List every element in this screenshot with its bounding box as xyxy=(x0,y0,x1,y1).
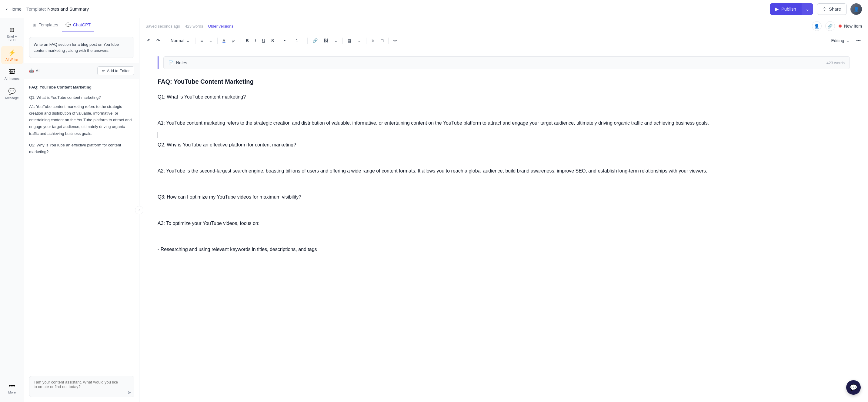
chat-send-button[interactable]: ➤ xyxy=(127,390,131,395)
text-color-button[interactable]: A xyxy=(220,37,227,44)
tab-templates[interactable]: ⊞ Templates xyxy=(29,18,62,32)
top-bar-left: ‹ Home Template: Notes and Summary xyxy=(6,6,89,11)
sidebar-item-ai-writer[interactable]: ⚡ AI Writer xyxy=(1,46,23,64)
content-a2: A2: YouTube is the second-largest search… xyxy=(158,167,850,175)
publish-play-icon: ▶ xyxy=(775,6,779,12)
sidebar-item-message[interactable]: 💬 Message xyxy=(1,85,23,103)
clear-format-button[interactable]: ✕ xyxy=(369,37,377,44)
bold-button[interactable]: B xyxy=(243,37,251,44)
template-label: Template: Notes and Summary xyxy=(26,6,89,11)
table-dropdown[interactable]: ⌄ xyxy=(355,37,364,44)
top-bar: ‹ Home Template: Notes and Summary ▶ Pub… xyxy=(0,0,868,18)
collab-users-icon[interactable]: 👤 xyxy=(812,21,822,31)
share-button[interactable]: ⇧ Share xyxy=(817,3,847,15)
tab-templates-label: Templates xyxy=(39,23,58,27)
numbered-list-button[interactable]: 1— xyxy=(293,37,305,44)
toolbar-sep-7 xyxy=(342,38,343,44)
content-title: FAQ: YouTube Content Marketing xyxy=(158,76,850,87)
sidebar-item-more[interactable]: ••• More xyxy=(1,379,23,397)
sidebar-item-label: More xyxy=(8,391,16,394)
collab-share-icon[interactable]: 🔗 xyxy=(825,21,835,31)
template-name: Notes and Summary xyxy=(47,6,89,11)
message-icon: 💬 xyxy=(8,88,16,95)
editor-toolbar: ↶ ↷ Normal ⌄ ≡ ⌄ A 🖊 B I U S •— 1— 🔗 🖼 ⌄ xyxy=(140,34,868,47)
notes-word-count: 423 words xyxy=(827,61,845,65)
avatar-initials: 👤 xyxy=(854,7,859,11)
more-options-button[interactable]: ••• xyxy=(854,37,863,44)
redo-button[interactable]: ↷ xyxy=(154,37,162,44)
new-item-button[interactable]: New Item xyxy=(839,24,862,29)
sidebar-item-label: Message xyxy=(5,96,19,100)
editor-top-bar: Saved seconds ago 423 words Older versio… xyxy=(140,18,868,34)
new-item-label: New Item xyxy=(844,24,862,29)
link-button[interactable]: 🔗 xyxy=(310,37,320,44)
image-button[interactable]: 🖼 xyxy=(321,37,330,44)
underline-button[interactable]: U xyxy=(260,37,268,44)
notes-label: 📄 Notes xyxy=(168,60,187,65)
new-item-dot xyxy=(839,25,842,28)
format-select[interactable]: Normal ⌄ xyxy=(167,37,193,44)
older-versions-link[interactable]: Older versions xyxy=(208,24,234,29)
add-to-editor-button[interactable]: ✏ Add to Editor xyxy=(97,66,134,75)
content-body: FAQ: YouTube Content Marketing Q1: What … xyxy=(158,76,850,253)
main-layout: ⊞ Brief + SEO ⚡ AI Writer 🖼 AI Images 💬 … xyxy=(0,18,868,402)
notes-text: Notes xyxy=(176,60,187,65)
italic-button[interactable]: I xyxy=(252,37,258,44)
align-button[interactable]: ≡ xyxy=(198,37,205,44)
publish-main[interactable]: ▶ Publish xyxy=(770,3,802,15)
content-a3: A3: To optimize your YouTube videos, foc… xyxy=(158,219,850,227)
avatar[interactable]: 👤 xyxy=(850,3,862,15)
chat-input[interactable] xyxy=(29,376,134,397)
highlight-button[interactable]: 🖊 xyxy=(229,37,238,44)
result-a1: A1: YouTube content marketing refers to … xyxy=(29,103,134,137)
panel-tabs: ⊞ Templates 💬 ChatGPT xyxy=(24,18,139,32)
editor-meta: Saved seconds ago 423 words Older versio… xyxy=(146,24,234,29)
editing-chevron-icon: ⌄ xyxy=(846,38,849,43)
notes-bar: 📄 Notes 423 words xyxy=(163,56,850,69)
undo-button[interactable]: ↶ xyxy=(144,37,153,44)
templates-icon: ⊞ xyxy=(33,23,36,27)
format-chevron-icon: ⌄ xyxy=(186,38,190,43)
toolbar-sep-4 xyxy=(241,38,241,44)
chat-prompt-box: Write an FAQ section for a blog post on … xyxy=(29,37,134,58)
image-dropdown[interactable]: ⌄ xyxy=(332,37,340,44)
editor-left-border-section: 📄 Notes 423 words xyxy=(158,56,850,69)
edit-button[interactable]: ✏ xyxy=(391,37,399,44)
content-q1: Q1: What is YouTube content marketing? xyxy=(158,93,850,101)
ai-result-area[interactable]: FAQ: YouTube Content Marketing Q1: What … xyxy=(24,79,139,372)
more-icon: ••• xyxy=(9,382,15,389)
robot-icon: 🤖 xyxy=(29,68,34,73)
panel-collapse-button[interactable]: ‹ xyxy=(135,206,143,214)
editor-content[interactable]: 📄 Notes 423 words FAQ: YouTube Content M… xyxy=(140,47,868,402)
bullet-list-button[interactable]: •— xyxy=(282,37,292,44)
ai-text: AI xyxy=(36,68,39,73)
avatar-placeholder: 👤 xyxy=(850,3,862,15)
cursor-line xyxy=(158,132,158,138)
publish-label: Publish xyxy=(781,6,796,11)
ai-result-header: 🤖 AI ✏ Add to Editor xyxy=(24,63,139,79)
notes-icon: 📄 xyxy=(168,60,174,65)
chat-bubble-button[interactable]: 💬 xyxy=(846,380,861,395)
sidebar-item-ai-images[interactable]: 🖼 AI Images xyxy=(1,65,23,83)
align-dropdown[interactable]: ⌄ xyxy=(207,37,215,44)
ai-label: 🤖 AI xyxy=(29,68,39,73)
strikethrough-button[interactable]: S xyxy=(269,37,276,44)
content-a1-text: A1: YouTube content marketing refers to … xyxy=(158,120,709,125)
ai-result-content: FAQ: YouTube Content Marketing Q1: What … xyxy=(24,79,139,160)
publish-dropdown-arrow[interactable]: ⌄ xyxy=(802,3,813,15)
table-button[interactable]: ▦ xyxy=(345,37,354,44)
panel: ⊞ Templates 💬 ChatGPT Write an FAQ secti… xyxy=(24,18,140,402)
special-char-button[interactable]: □ xyxy=(378,37,386,44)
editor-actions: 👤 🔗 New Item xyxy=(812,21,862,31)
editor-area: Saved seconds ago 423 words Older versio… xyxy=(140,18,868,402)
editing-select[interactable]: Editing ⌄ xyxy=(828,37,852,44)
share-icon: ⇧ xyxy=(823,6,827,12)
sidebar-item-brief-seo[interactable]: ⊞ Brief + SEO xyxy=(1,23,23,45)
sidebar-item-label: AI Writer xyxy=(5,58,19,61)
chatgpt-icon: 💬 xyxy=(65,23,71,27)
home-link[interactable]: ‹ Home xyxy=(6,6,22,11)
publish-button[interactable]: ▶ Publish ⌄ xyxy=(770,3,813,15)
toolbar-sep-2 xyxy=(195,38,195,44)
tab-chatgpt[interactable]: 💬 ChatGPT xyxy=(62,18,94,32)
saved-text: Saved seconds ago xyxy=(146,24,180,29)
